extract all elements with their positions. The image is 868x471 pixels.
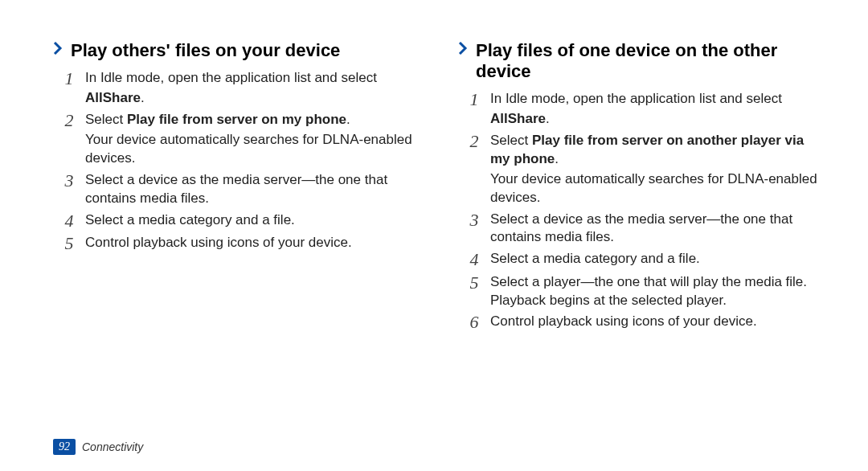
left-steps: 1In Idle mode, open the application list…: [53, 69, 420, 253]
step-item: 2Select Play file from server on my phon…: [59, 111, 420, 168]
step-item: 4Select a media category and a file.: [465, 250, 825, 269]
step-body: Control playback using icons of your dev…: [85, 234, 420, 252]
step-number: 3: [59, 171, 79, 190]
step-item: 5Select a player—the one that will play …: [465, 273, 825, 310]
step-number: 4: [465, 250, 484, 269]
page-number: 92: [53, 439, 76, 455]
step-text: Your device automatically searches for D…: [85, 131, 420, 168]
step-number: 5: [59, 234, 79, 253]
step-item: 2Select Play file from server on another…: [465, 132, 825, 207]
step-text: In Idle mode, open the application list …: [85, 69, 420, 88]
section-label: Connectivity: [82, 440, 143, 453]
step-number: 3: [465, 211, 484, 230]
right-heading-text: Play files of one device on the other de…: [476, 40, 825, 82]
left-column: Play others' files on your device 1In Id…: [53, 40, 420, 447]
left-heading: Play others' files on your device: [53, 40, 420, 61]
step-text: Select a media category and a file.: [490, 250, 825, 268]
step-number: 5: [465, 273, 484, 293]
step-body: Select Play file from server on my phone…: [85, 111, 420, 168]
step-item: 6Control playback using icons of your de…: [465, 313, 825, 332]
chevron-right-icon: [458, 40, 468, 55]
step-number: 1: [59, 69, 79, 88]
step-text: Select Play file from server on my phone…: [85, 111, 420, 129]
step-number: 2: [59, 111, 79, 130]
step-item: 1In Idle mode, open the application list…: [59, 69, 420, 108]
step-body: Control playback using icons of your dev…: [490, 313, 825, 331]
step-item: 3Select a device as the media server—the…: [59, 171, 420, 208]
manual-page: Play others' files on your device 1In Id…: [0, 0, 868, 471]
right-steps: 1In Idle mode, open the application list…: [458, 90, 825, 333]
step-item: 3Select a device as the media server—the…: [465, 211, 825, 248]
step-item: 4Select a media category and a file.: [59, 211, 420, 231]
step-body: In Idle mode, open the application list …: [85, 69, 420, 108]
step-text: Select a device as the media server—the …: [85, 171, 420, 208]
step-text: Select Play file from server on another …: [490, 132, 825, 169]
step-text: Select a player—the one that will play t…: [490, 273, 825, 310]
step-text: Control playback using icons of your dev…: [490, 313, 825, 331]
left-heading-text: Play others' files on your device: [71, 40, 420, 61]
page-footer: 92 Connectivity: [53, 439, 143, 455]
emphasis-text: Play file from server on my phone: [127, 112, 346, 127]
step-body: Select a media category and a file.: [490, 250, 825, 268]
chevron-right-icon: [53, 40, 63, 55]
step-text: AllShare.: [490, 110, 825, 129]
step-number: 1: [465, 90, 484, 109]
step-item: 1In Idle mode, open the application list…: [465, 90, 825, 129]
step-text: AllShare.: [85, 89, 420, 108]
step-body: Select a media category and a file.: [85, 211, 420, 230]
step-body: In Idle mode, open the application list …: [490, 90, 825, 129]
step-body: Select a player—the one that will play t…: [490, 273, 825, 310]
step-number: 4: [59, 211, 79, 231]
step-number: 2: [465, 132, 484, 151]
emphasis-text: AllShare: [85, 90, 141, 105]
emphasis-text: AllShare: [490, 111, 546, 126]
step-body: Select a device as the media server—the …: [85, 171, 420, 208]
step-text: In Idle mode, open the application list …: [490, 90, 825, 109]
right-column: Play files of one device on the other de…: [458, 40, 825, 447]
step-text: Control playback using icons of your dev…: [85, 234, 420, 252]
right-heading: Play files of one device on the other de…: [458, 40, 825, 82]
step-text: Your device automatically searches for D…: [490, 170, 825, 207]
step-text: Select a device as the media server—the …: [490, 211, 825, 248]
step-body: Select a device as the media server—the …: [490, 211, 825, 248]
step-number: 6: [465, 313, 484, 332]
step-item: 5Control playback using icons of your de…: [59, 234, 420, 253]
step-body: Select Play file from server on another …: [490, 132, 825, 207]
step-text: Select a media category and a file.: [85, 211, 420, 230]
emphasis-text: Play file from server on another player …: [490, 133, 804, 166]
